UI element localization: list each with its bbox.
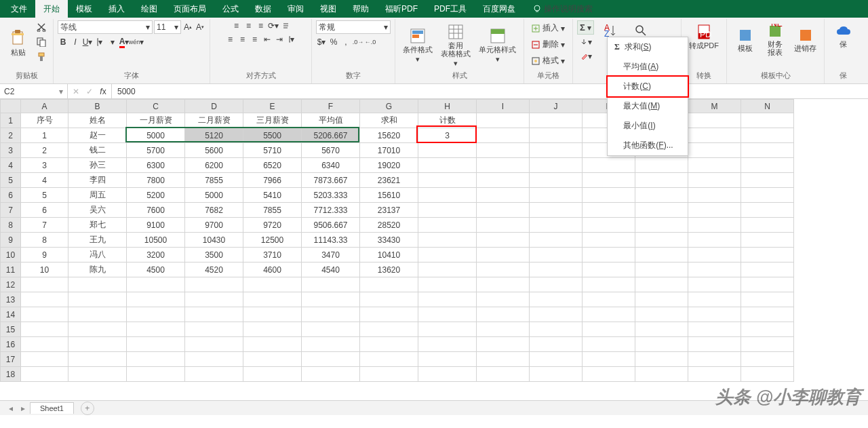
cell-N9[interactable]: [741, 233, 794, 248]
autosum-S[interactable]: Σ 求和(S): [608, 37, 688, 57]
cell-B9[interactable]: 王九: [68, 233, 127, 248]
cell-H7[interactable]: [418, 203, 477, 218]
baidu-save-button[interactable]: 保: [829, 20, 857, 50]
cell-H4[interactable]: [418, 158, 477, 173]
align-middle-button[interactable]: ≡: [243, 20, 254, 31]
decrease-font-button[interactable]: A▾: [195, 22, 205, 33]
cell-D10[interactable]: 3500: [185, 248, 243, 262]
cell-K8[interactable]: [583, 218, 635, 233]
cell-I12[interactable]: [477, 277, 530, 292]
cell-D14[interactable]: [185, 307, 243, 322]
fill-color-button[interactable]: ▾: [106, 37, 117, 47]
cell-G11[interactable]: 13620: [360, 262, 418, 277]
cell-B12[interactable]: [68, 277, 127, 292]
cell-styles-button[interactable]: 单元格样式▾: [475, 24, 519, 65]
row-header-8[interactable]: 8: [1, 218, 21, 233]
row-header-1[interactable]: 1: [1, 113, 21, 128]
cell-H9[interactable]: [418, 233, 477, 248]
cell-N7[interactable]: [741, 203, 794, 218]
cell-M17[interactable]: [688, 352, 741, 367]
cell-B3[interactable]: 钱二: [68, 143, 127, 158]
cell-N15[interactable]: [741, 322, 794, 337]
cell-N16[interactable]: [741, 337, 794, 352]
cell-F8[interactable]: 9506.667: [302, 218, 360, 233]
cell-K4[interactable]: [583, 158, 635, 173]
cell-I18[interactable]: [477, 367, 530, 382]
cell-E4[interactable]: 6520: [243, 158, 302, 173]
autosum-F[interactable]: 其他函数(F)...: [608, 136, 688, 155]
row-header-5[interactable]: 5: [1, 173, 21, 188]
cell-I9[interactable]: [477, 233, 530, 248]
cell-N4[interactable]: [741, 158, 794, 173]
cell-B4[interactable]: 孙三: [68, 158, 127, 173]
cell-D5[interactable]: 7855: [185, 173, 243, 188]
cell-M2[interactable]: [688, 128, 741, 143]
paste-button[interactable]: 粘贴: [4, 26, 33, 58]
spreadsheet-grid[interactable]: ABCDEFGHIJKLMN1序号姓名一月薪资二月薪资三月薪资平均值求和计数21…: [0, 99, 868, 400]
tab-数据[interactable]: 数据: [247, 0, 279, 18]
cell-A8[interactable]: 7: [21, 218, 68, 233]
cell-K18[interactable]: [583, 367, 635, 382]
cell-J12[interactable]: [530, 277, 583, 292]
col-header-B[interactable]: B: [68, 100, 127, 113]
cell-N10[interactable]: [741, 248, 794, 262]
cell-A4[interactable]: 3: [21, 158, 68, 173]
cell-J2[interactable]: [530, 128, 583, 143]
row-header-13[interactable]: 13: [1, 292, 21, 307]
cell-G13[interactable]: [360, 292, 418, 307]
tab-插入[interactable]: 插入: [100, 0, 133, 18]
row-header-10[interactable]: 10: [1, 248, 21, 262]
cell-J14[interactable]: [530, 307, 583, 322]
cell-F5[interactable]: 7873.667: [302, 173, 360, 188]
cell-I10[interactable]: [477, 248, 530, 262]
cell-M14[interactable]: [688, 307, 741, 322]
cell-I5[interactable]: [477, 173, 530, 188]
cell-N3[interactable]: [741, 143, 794, 158]
cell-A10[interactable]: 9: [21, 248, 68, 262]
cell-F13[interactable]: [302, 292, 360, 307]
cell-H15[interactable]: [418, 322, 477, 337]
cell-K6[interactable]: [583, 188, 635, 203]
cell-M6[interactable]: [688, 188, 741, 203]
cell-E1[interactable]: 三月薪资: [243, 113, 302, 128]
tab-公式[interactable]: 公式: [214, 0, 247, 18]
cell-G8[interactable]: 28520: [360, 218, 418, 233]
align-center-button[interactable]: ≡: [237, 34, 248, 45]
cell-G9[interactable]: 33430: [360, 233, 418, 248]
cell-B17[interactable]: [68, 352, 127, 367]
cell-K5[interactable]: [583, 173, 635, 188]
cell-A5[interactable]: 4: [21, 173, 68, 188]
cell-H10[interactable]: [418, 248, 477, 262]
comma-button[interactable]: ,: [340, 37, 351, 47]
cell-G10[interactable]: 10410: [360, 248, 418, 262]
align-right-button[interactable]: ≡: [250, 34, 260, 45]
cell-A2[interactable]: 1: [21, 128, 68, 143]
row-header-2[interactable]: 2: [1, 128, 21, 143]
font-color-button[interactable]: A▾: [119, 37, 130, 47]
cell-H1[interactable]: 计数: [418, 113, 477, 128]
cell-D17[interactable]: [185, 352, 243, 367]
row-header-17[interactable]: 17: [1, 352, 21, 367]
cell-F15[interactable]: [302, 322, 360, 337]
autosum-A[interactable]: 平均值(A): [608, 57, 688, 77]
currency-button[interactable]: $▾: [316, 37, 327, 47]
cell-L11[interactable]: [635, 262, 688, 277]
border-button[interactable]: ▾: [94, 37, 105, 47]
cell-J13[interactable]: [530, 292, 583, 307]
cell-A13[interactable]: [21, 292, 68, 307]
cell-H6[interactable]: [418, 188, 477, 203]
cell-F10[interactable]: 3470: [302, 248, 360, 262]
cell-C13[interactable]: [127, 292, 185, 307]
format-cells-button[interactable]: 格式 ▾: [528, 53, 568, 69]
cell-J9[interactable]: [530, 233, 583, 248]
col-header-F[interactable]: F: [302, 100, 360, 113]
cell-B11[interactable]: 陈九: [68, 262, 127, 277]
cell-K16[interactable]: [583, 337, 635, 352]
cell-F4[interactable]: 6340: [302, 158, 360, 173]
cell-G16[interactable]: [360, 337, 418, 352]
cell-F9[interactable]: 11143.33: [302, 233, 360, 248]
cell-J15[interactable]: [530, 322, 583, 337]
tell-me-search[interactable]: 操作说明搜索: [533, 0, 593, 18]
cell-D11[interactable]: 4520: [185, 262, 243, 277]
cell-M10[interactable]: [688, 248, 741, 262]
